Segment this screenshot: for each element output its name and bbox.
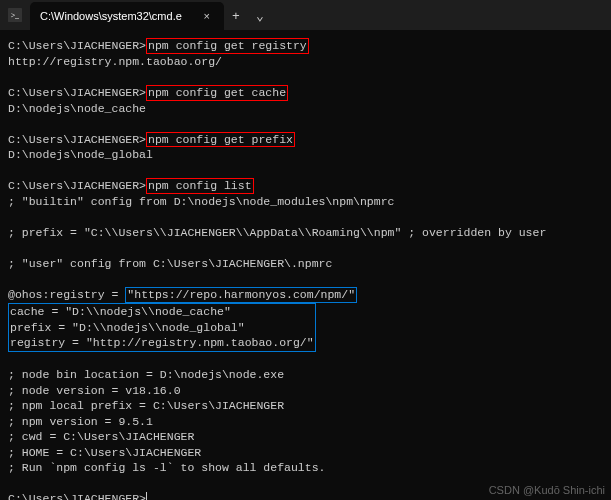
out-cache-kv: cache = "D:\\nodejs\\node_cache" [10, 305, 231, 318]
close-icon[interactable]: × [200, 9, 214, 23]
out-ohos-key: @ohos:registry = [8, 288, 125, 301]
prompt: C:\Users\JIACHENGER> [8, 86, 146, 99]
terminal-output[interactable]: C:\Users\JIACHENGER>npm config get regis… [0, 30, 611, 500]
out-hint: ; Run `npm config ls -l` to show all def… [8, 461, 325, 474]
out-builtin: ; "builtin" config from D:\nodejs\node_m… [8, 195, 394, 208]
cmd-list: npm config list [146, 178, 254, 194]
tab-dropdown-icon[interactable]: ⌄ [248, 2, 272, 30]
out-prefix-kv: prefix = "D:\\nodejs\\node_global" [10, 321, 245, 334]
cmd-icon: >_ [8, 8, 22, 22]
cmd-get-registry: npm config get registry [146, 38, 309, 54]
prompt: C:\Users\JIACHENGER> [8, 133, 146, 146]
out-cache: D:\nodejs\node_cache [8, 102, 146, 115]
prompt: C:\Users\JIACHENGER> [8, 179, 146, 192]
svg-text:>_: >_ [11, 11, 19, 20]
new-tab-button[interactable]: + [224, 2, 248, 30]
prompt: C:\Users\JIACHENGER> [8, 39, 146, 52]
cmd-get-cache: npm config get cache [146, 85, 288, 101]
titlebar: >_ C:\Windows\system32\cmd.e × + ⌄ [0, 0, 611, 30]
out-registry: http://registry.npm.taobao.org/ [8, 55, 222, 68]
out-ohos-val: "https://repo.harmonyos.com/npm/" [125, 287, 357, 303]
cmd-get-prefix: npm config get prefix [146, 132, 295, 148]
out-registry-kv: registry = "http://registry.npm.taobao.o… [10, 336, 314, 349]
prompt: C:\Users\JIACHENGER> [8, 492, 146, 500]
out-home: ; HOME = C:\Users\JIACHENGER [8, 446, 201, 459]
out-user-line: ; "user" config from C:\Users\JIACHENGER… [8, 257, 332, 270]
watermark: CSDN @Kudō Shin-ichi [489, 484, 605, 496]
out-prefix: D:\nodejs\node_global [8, 148, 153, 161]
cursor [146, 492, 147, 500]
out-blue-block: cache = "D:\\nodejs\\node_cache" prefix … [8, 303, 316, 352]
out-cwd: ; cwd = C:\Users\JIACHENGER [8, 430, 194, 443]
out-node-bin: ; node bin location = D:\nodejs\node.exe [8, 368, 284, 381]
out-npm-ver: ; npm version = 9.5.1 [8, 415, 153, 428]
out-node-ver: ; node version = v18.16.0 [8, 384, 181, 397]
tab-cmd[interactable]: C:\Windows\system32\cmd.e × [30, 2, 224, 30]
tab-title: C:\Windows\system32\cmd.e [40, 10, 182, 22]
out-prefix-line: ; prefix = "C:\\Users\\JIACHENGER\\AppDa… [8, 226, 546, 239]
out-local-prefix: ; npm local prefix = C:\Users\JIACHENGER [8, 399, 284, 412]
